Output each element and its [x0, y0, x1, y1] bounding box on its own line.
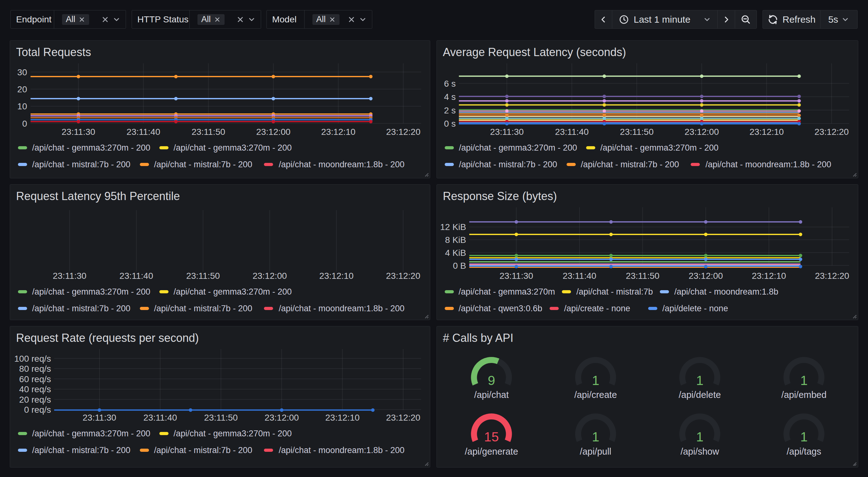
svg-text:23:11:40: 23:11:40	[143, 413, 177, 422]
svg-text:/api/create - none: /api/create - none	[564, 304, 630, 313]
svg-text:/api/chat - gemma3:270m - 200: /api/chat - gemma3:270m - 200	[32, 287, 150, 296]
svg-text:20 req/s: 20 req/s	[19, 395, 51, 405]
svg-text:23:12:10: 23:12:10	[326, 413, 360, 422]
svg-text:/api/chat - mistral:7b: /api/chat - mistral:7b	[576, 287, 653, 296]
svg-text:/api/generate: /api/generate	[465, 446, 518, 456]
svg-text:Request Rate (requests per sec: Request Rate (requests per second)	[16, 331, 199, 345]
svg-text:/api/chat - gemma3:270m - 200: /api/chat - gemma3:270m - 200	[174, 143, 292, 152]
svg-text:/api/chat - mistral:7b - 200: /api/chat - mistral:7b - 200	[154, 304, 252, 313]
svg-text:0 req/s: 0 req/s	[24, 405, 51, 415]
svg-text:/api/tags: /api/tags	[787, 446, 822, 456]
svg-text:23:11:50: 23:11:50	[191, 127, 225, 137]
svg-text:23:11:30: 23:11:30	[499, 271, 533, 281]
svg-text:23:11:40: 23:11:40	[562, 271, 596, 281]
svg-text:23:12:00: 23:12:00	[256, 127, 290, 137]
svg-text:6 s: 6 s	[444, 79, 456, 89]
svg-text:23:12:00: 23:12:00	[253, 271, 287, 281]
svg-text:/api/chat - gemma3:270m - 200: /api/chat - gemma3:270m - 200	[600, 143, 718, 152]
svg-text:/api/chat - gemma3:270m - 200: /api/chat - gemma3:270m - 200	[174, 287, 292, 296]
svg-text:/api/chat: /api/chat	[474, 390, 509, 400]
svg-text:/api/pull: /api/pull	[580, 446, 611, 456]
svg-text:/api/create: /api/create	[574, 390, 617, 400]
svg-text:/api/chat - moondream:1.8b - 2: /api/chat - moondream:1.8b - 200	[279, 304, 404, 313]
svg-text:/api/chat - gemma3:270m - 200: /api/chat - gemma3:270m - 200	[174, 429, 292, 438]
svg-text:0 B: 0 B	[453, 261, 466, 271]
svg-text:1: 1	[592, 373, 599, 388]
svg-text:23:12:10: 23:12:10	[321, 127, 355, 137]
svg-text:/api/chat - moondream:1.8b - 2: /api/chat - moondream:1.8b - 200	[279, 160, 404, 169]
svg-text:23:11:50: 23:11:50	[626, 271, 659, 281]
svg-text:/api/chat - mistral:7b - 200: /api/chat - mistral:7b - 200	[32, 446, 130, 455]
svg-text:Response Size (bytes): Response Size (bytes)	[443, 190, 557, 203]
svg-text:23:12:10: 23:12:10	[752, 271, 786, 281]
svg-text:30: 30	[17, 67, 27, 77]
svg-text:23:12:00: 23:12:00	[685, 127, 719, 137]
svg-text:1: 1	[800, 373, 808, 388]
svg-text:/api/chat - mistral:7b - 200: /api/chat - mistral:7b - 200	[154, 446, 252, 455]
svg-text:15: 15	[484, 429, 499, 444]
svg-text:23:12:20: 23:12:20	[814, 127, 849, 137]
svg-text:2 s: 2 s	[444, 106, 456, 115]
svg-text:20: 20	[17, 84, 27, 94]
svg-text:4 KiB: 4 KiB	[445, 248, 466, 258]
svg-text:23:11:30: 23:11:30	[62, 127, 95, 137]
svg-text:Total Requests: Total Requests	[16, 46, 91, 59]
svg-text:/api/chat - mistral:7b - 200: /api/chat - mistral:7b - 200	[32, 160, 130, 169]
svg-text:8 KiB: 8 KiB	[445, 235, 466, 245]
svg-text:/api/chat - qwen3:0.6b: /api/chat - qwen3:0.6b	[459, 304, 542, 313]
svg-text:23:11:30: 23:11:30	[83, 413, 116, 422]
svg-text:/api/chat - moondream:1.8b - 2: /api/chat - moondream:1.8b - 200	[706, 160, 831, 169]
svg-text:/api/chat - moondream:1.8b - 2: /api/chat - moondream:1.8b - 200	[279, 446, 404, 455]
svg-text:23:11:40: 23:11:40	[119, 271, 153, 281]
svg-text:/api/delete - none: /api/delete - none	[662, 304, 728, 313]
svg-text:/api/chat - gemma3:270m - 200: /api/chat - gemma3:270m - 200	[32, 143, 150, 152]
svg-text:23:11:50: 23:11:50	[204, 413, 238, 422]
svg-text:23:11:50: 23:11:50	[186, 271, 220, 281]
svg-text:23:12:00: 23:12:00	[688, 271, 723, 281]
svg-text:/api/chat - gemma3:270m: /api/chat - gemma3:270m	[459, 287, 555, 296]
svg-text:23:12:20: 23:12:20	[386, 413, 421, 422]
svg-text:100 req/s: 100 req/s	[14, 354, 51, 364]
svg-text:/api/chat - mistral:7b - 200: /api/chat - mistral:7b - 200	[459, 160, 557, 169]
svg-text:10: 10	[17, 101, 27, 111]
svg-text:/api/chat - gemma3:270m - 200: /api/chat - gemma3:270m - 200	[32, 429, 150, 438]
svg-text:/api/chat - mistral:7b - 200: /api/chat - mistral:7b - 200	[581, 160, 679, 169]
svg-text:1: 1	[800, 429, 808, 444]
svg-text:23:11:30: 23:11:30	[490, 127, 524, 137]
svg-text:0 s: 0 s	[444, 119, 456, 128]
svg-text:23:12:10: 23:12:10	[750, 127, 784, 137]
svg-text:23:11:40: 23:11:40	[127, 127, 160, 137]
svg-text:/api/chat - moondream:1.8b: /api/chat - moondream:1.8b	[674, 287, 778, 296]
svg-text:23:12:20: 23:12:20	[386, 127, 421, 137]
svg-text:60 req/s: 60 req/s	[19, 374, 51, 384]
svg-text:/api/chat - mistral:7b - 200: /api/chat - mistral:7b - 200	[32, 304, 130, 313]
svg-text:23:11:40: 23:11:40	[555, 127, 589, 137]
svg-text:Average Request Latency (secon: Average Request Latency (seconds)	[443, 46, 626, 59]
svg-text:# Calls by API: # Calls by API	[443, 331, 514, 345]
svg-text:80 req/s: 80 req/s	[19, 364, 51, 374]
svg-text:12 KiB: 12 KiB	[440, 222, 466, 232]
svg-text:0: 0	[22, 119, 27, 128]
svg-text:23:12:20: 23:12:20	[815, 271, 849, 281]
svg-text:1: 1	[696, 429, 703, 444]
svg-text:23:12:10: 23:12:10	[319, 271, 354, 281]
svg-text:1: 1	[696, 373, 703, 388]
svg-text:Request Latency 95th Percentil: Request Latency 95th Percentile	[16, 190, 180, 203]
svg-text:23:11:50: 23:11:50	[620, 127, 653, 137]
svg-text:23:12:20: 23:12:20	[386, 271, 421, 281]
svg-text:/api/chat - mistral:7b - 200: /api/chat - mistral:7b - 200	[154, 160, 252, 169]
svg-text:/api/chat - gemma3:270m - 200: /api/chat - gemma3:270m - 200	[459, 143, 577, 152]
svg-text:1: 1	[592, 429, 599, 444]
svg-text:23:11:30: 23:11:30	[53, 271, 87, 281]
svg-text:23:12:00: 23:12:00	[265, 413, 299, 422]
svg-text:/api/delete: /api/delete	[679, 390, 721, 400]
svg-text:4 s: 4 s	[444, 92, 456, 102]
svg-text:9: 9	[488, 373, 495, 388]
svg-text:/api/embed: /api/embed	[781, 390, 827, 400]
svg-text:/api/show: /api/show	[681, 446, 720, 456]
svg-text:40 req/s: 40 req/s	[19, 384, 51, 394]
